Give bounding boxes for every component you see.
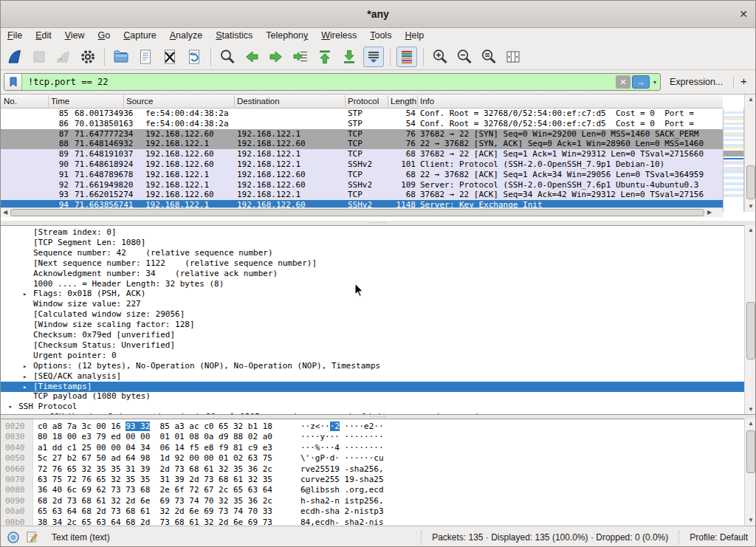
hex-bytes[interactable]: c0 a8 7a 3c 00 16 93 32 85 a3 ac c0 65 3… <box>38 422 272 432</box>
colorize-button[interactable] <box>396 47 417 67</box>
bytes-vscrollbar[interactable]: ▲ ▼ <box>744 419 756 526</box>
scroll-down-icon[interactable]: ▼ <box>745 405 756 415</box>
expander-icon[interactable]: ▸ <box>23 289 27 299</box>
packet-row-89[interactable]: 8971.648191037192.168.122.60192.168.122.… <box>1 149 723 159</box>
detail-line[interactable]: [Calculated window size: 29056] <box>1 309 744 320</box>
stop-capture-button[interactable] <box>29 47 49 67</box>
detail-line[interactable]: TCP payload (1080 bytes) <box>1 391 744 402</box>
detail-line[interactable]: Checksum: 0x79ed [unverified] <box>1 330 744 340</box>
capture-comment-icon[interactable] <box>26 531 38 543</box>
auto-scroll-button[interactable] <box>363 47 384 67</box>
detail-line[interactable]: Urgent pointer: 0 <box>1 351 744 361</box>
hex-ascii[interactable]: curve255 19-sha25 <box>300 475 384 485</box>
hex-bytes[interactable]: 68 2d 73 68 61 32 2d 6e 69 73 74 70 32 3… <box>38 496 272 506</box>
hex-ascii[interactable]: 6@libssh .org,ecd <box>300 485 384 495</box>
scroll-down-icon[interactable]: ▼ <box>745 202 756 212</box>
expander-icon[interactable]: ▾ <box>8 402 12 412</box>
detail-line[interactable]: ▸[Timestamps] <box>1 382 744 392</box>
column-header-destination[interactable]: Destination <box>237 94 280 108</box>
hex-bytes[interactable]: 38 34 2c 65 63 64 68 2d 73 68 61 32 2d 6… <box>38 517 272 526</box>
column-separator[interactable] <box>234 95 235 107</box>
scroll-down-icon[interactable]: ▼ <box>745 515 756 526</box>
go-first-button[interactable] <box>315 47 335 67</box>
packet-row-91[interactable]: 9171.648789678192.168.122.1192.168.122.6… <box>1 170 723 180</box>
title-bar[interactable]: *any ✕ <box>1 1 755 28</box>
packet-row-85[interactable]: 8568.001734936fe:54:00:d4:38:2aSTP54Conf… <box>1 109 723 119</box>
detail-line[interactable]: ▾SSH Protocol <box>1 402 744 412</box>
expert-info-icon[interactable] <box>7 531 20 544</box>
start-capture-button[interactable] <box>4 47 25 67</box>
column-separator[interactable] <box>48 95 49 107</box>
filter-bookmark-icon[interactable] <box>4 74 22 90</box>
expression-button[interactable]: Expression... <box>670 70 723 94</box>
menu-help[interactable]: Help <box>398 28 430 44</box>
hex-ascii[interactable]: ··z<···2 ····e2·· <box>300 422 384 432</box>
hex-row-0090[interactable]: 009068 2d 73 68 61 32 2d 6e 69 73 74 70 … <box>1 496 744 506</box>
details-vscrollbar[interactable]: ▲ ▼ <box>744 225 756 415</box>
scrollbar-thumb[interactable] <box>10 209 704 216</box>
hex-bytes[interactable]: 65 63 64 68 2d 73 68 61 32 2d 6e 69 73 7… <box>38 506 272 517</box>
scroll-left-icon[interactable]: ◀ <box>1 208 10 217</box>
packet-list-vscrollbar[interactable]: ▲ ▼ <box>744 94 756 212</box>
column-header-protocol[interactable]: Protocol <box>348 94 379 108</box>
detail-line[interactable]: [Checksum Status: Unverified] <box>1 340 744 351</box>
zoom-in-button[interactable] <box>430 47 450 67</box>
packet-row-93[interactable]: 9371.662015274192.168.122.60192.168.122.… <box>1 190 723 200</box>
close-button[interactable]: ✕ <box>739 1 748 28</box>
packet-row-86[interactable]: 8670.013850163fe:54:00:d4:38:2aSTP54Conf… <box>1 119 723 129</box>
hex-bytes[interactable]: 36 40 6c 69 62 73 73 68 2e 6f 72 67 2c 6… <box>38 485 272 495</box>
scroll-up-icon[interactable]: ▲ <box>745 419 756 429</box>
hex-ascii[interactable]: 84,ecdh- sha2-nis <box>300 517 384 526</box>
menu-telephony[interactable]: Telephony <box>259 28 315 44</box>
capture-options-button[interactable] <box>78 47 98 67</box>
close-file-button[interactable] <box>159 47 180 67</box>
hex-row-0030[interactable]: 003080 18 00 e3 79 ed 00 00 01 01 08 0a … <box>1 432 744 442</box>
detail-line[interactable]: 1000 .... = Header Length: 32 bytes (8) <box>1 279 744 289</box>
column-separator[interactable] <box>123 95 124 107</box>
go-back-button[interactable] <box>241 47 262 67</box>
filter-clear-button[interactable]: ✕ <box>616 75 630 89</box>
hex-ascii[interactable]: h-sha2-n istp256, <box>300 496 384 506</box>
hex-row-0070[interactable]: 007063 75 72 76 65 32 35 35 31 39 2d 73 … <box>1 475 744 485</box>
hex-ascii[interactable]: ····y··· ········ <box>300 432 384 442</box>
hex-bytes[interactable]: a1 dd c1 25 00 00 04 34 06 14 f5 e8 f9 8… <box>38 443 272 453</box>
detail-line[interactable]: Window size value: 227 <box>1 299 744 309</box>
column-separator[interactable] <box>388 95 388 107</box>
column-header-source[interactable]: Source <box>126 94 153 108</box>
packet-row-90[interactable]: 9071.648618924192.168.122.60192.168.122.… <box>1 159 723 170</box>
menu-file[interactable]: File <box>1 28 29 44</box>
resize-columns-button[interactable] <box>503 47 523 67</box>
profile-label[interactable]: Profile: Default <box>678 531 755 544</box>
menu-tools[interactable]: Tools <box>363 28 398 44</box>
column-header-time[interactable]: Time <box>51 94 69 108</box>
scroll-up-icon[interactable]: ▲ <box>745 94 756 105</box>
menu-capture[interactable]: Capture <box>117 28 162 44</box>
scroll-right-icon[interactable]: ▶ <box>705 208 714 217</box>
detail-line[interactable]: ▸[SEQ/ACK analysis] <box>1 371 744 382</box>
column-header-info[interactable]: Info <box>420 94 434 108</box>
open-file-button[interactable] <box>111 47 131 67</box>
detail-line[interactable]: ▸Flags: 0x018 (PSH, ACK) <box>1 289 744 299</box>
detail-line[interactable]: [Next sequence number: 1122 (relative se… <box>1 258 744 269</box>
column-header-length[interactable]: Length <box>391 94 416 108</box>
hex-bytes[interactable]: 63 75 72 76 65 32 35 35 31 39 2d 73 68 6… <box>38 475 272 485</box>
reload-file-button[interactable] <box>184 47 205 67</box>
restart-capture-button[interactable] <box>53 47 74 67</box>
hex-ascii[interactable]: ecdh-sha 2-nistp3 <box>300 506 384 517</box>
expander-icon[interactable]: ▸ <box>23 382 27 392</box>
hex-ascii[interactable]: rve25519 -sha256, <box>300 464 384 475</box>
go-last-button[interactable] <box>339 47 360 67</box>
menu-edit[interactable]: Edit <box>29 28 58 44</box>
packet-list-header[interactable]: No.TimeSourceDestinationProtocolLengthIn… <box>1 94 723 109</box>
detail-line[interactable]: Acknowledgment number: 34 (relative ack … <box>1 269 744 279</box>
column-separator[interactable] <box>345 95 346 107</box>
save-file-button[interactable] <box>135 47 156 67</box>
column-header-no[interactable]: No. <box>4 94 17 108</box>
detail-line[interactable]: [Stream index: 0] <box>1 227 744 238</box>
hex-ascii[interactable]: \'·gP·d· ······cu <box>300 453 384 464</box>
scrollbar-thumb[interactable] <box>746 430 755 473</box>
zoom-100-button[interactable] <box>478 47 499 67</box>
hex-bytes[interactable]: 72 76 65 32 35 35 31 39 2d 73 68 61 32 3… <box>38 464 272 475</box>
detail-line[interactable]: Sequence number: 42 (relative sequence n… <box>1 248 744 258</box>
detail-line[interactable]: [TCP Segment Len: 1080] <box>1 238 744 248</box>
